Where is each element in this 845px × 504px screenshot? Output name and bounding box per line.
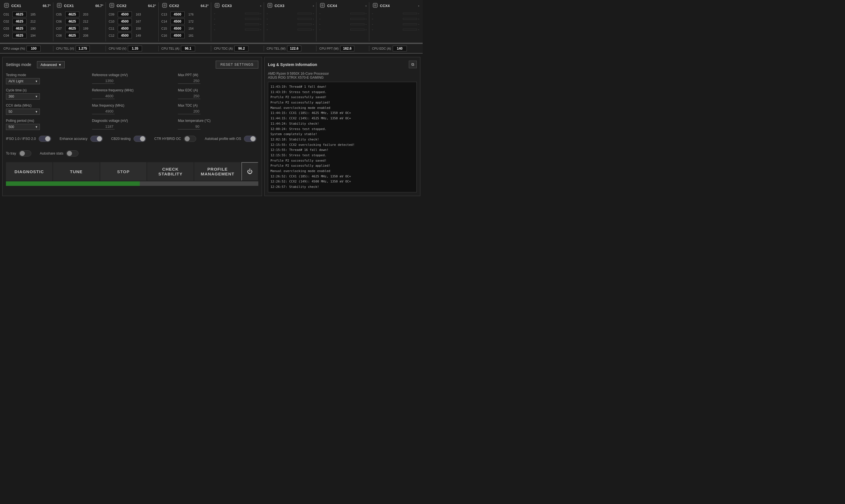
max-edc-input[interactable] — [178, 93, 201, 99]
core-usage: 163 — [133, 13, 141, 16]
stop-button[interactable]: STOP — [100, 162, 147, 181]
mode-dropdown[interactable]: Advanced ▾ — [37, 61, 65, 68]
core-freq-empty — [297, 23, 312, 25]
toggle-switch[interactable] — [184, 136, 196, 142]
toggle-switch[interactable] — [90, 136, 103, 142]
cycle-time-setting: Cycle time (s) 360 ▾ — [6, 88, 86, 100]
toggle-switch[interactable] — [19, 150, 31, 157]
ccx-temp: 64.2° — [148, 4, 156, 8]
board-name: ASUS ROG STRIX X570-E GAMING — [268, 76, 417, 79]
log-copy-button[interactable]: ⧉ — [409, 61, 417, 68]
svg-rect-43 — [163, 4, 166, 6]
polling-period-dropdown[interactable]: 500 ▾ — [6, 124, 40, 130]
core-row: - - — [372, 17, 419, 21]
profile-management-button[interactable]: PROFILE MANAGEMENT — [194, 162, 241, 181]
toggle-label: CB20 testing — [111, 137, 131, 141]
core-label: C15 — [161, 27, 169, 30]
ccx-delta-dropdown[interactable]: 50 ▾ — [6, 109, 40, 115]
svg-rect-1 — [5, 4, 7, 6]
core-dash: - — [319, 17, 321, 21]
status-label: CPU TEL (V) — [56, 47, 74, 50]
core-usage: 194 — [28, 34, 36, 37]
tune-button[interactable]: TUNE — [53, 162, 100, 181]
cpu-chip-icon — [109, 2, 115, 9]
core-label: C16 — [161, 34, 169, 37]
chevron-down-icon: ▾ — [59, 62, 61, 67]
status-label: CPU TEL (W) — [267, 47, 286, 50]
log-line: 12:15:55: Stress test stopped. — [271, 153, 414, 158]
log-line: 11:43:19: Thread# 1 fall down! — [271, 84, 414, 90]
status-item: CPU TEL (V) 1.275 — [54, 46, 106, 51]
svg-rect-15 — [58, 4, 61, 6]
core-label: C10 — [109, 20, 117, 23]
core-dash2: - — [260, 17, 261, 21]
max-temp-setting: Max temperature (°C) — [178, 119, 258, 130]
core-dash2: - — [313, 28, 314, 32]
max-temp-input[interactable] — [178, 124, 201, 129]
core-row: - - — [214, 17, 261, 21]
core-row: - - — [267, 17, 314, 21]
max-freq-input[interactable] — [92, 109, 115, 114]
core-dash2: - — [260, 12, 261, 16]
toggle-switch[interactable] — [244, 136, 256, 142]
core-usage: 172 — [186, 20, 194, 23]
max-freq-setting: Max frequency (MHz) — [92, 104, 172, 115]
check-stability-button[interactable]: CHECK STABILITY — [147, 162, 194, 181]
cycle-time-label: Cycle time (s) — [6, 88, 86, 92]
core-freq-box: 4500 — [171, 12, 185, 17]
status-bar: CPU usage (%) 100 CPU TEL (V) 1.275 CPU … — [0, 44, 422, 53]
log-content[interactable]: 11:43:19: Thread# 1 fall down!11:43:19: … — [268, 82, 417, 192]
ref-freq-input[interactable] — [92, 93, 115, 99]
cpu-chip-icon — [372, 2, 378, 9]
log-line: 12:15:55: Thread# 16 fall down! — [271, 147, 414, 153]
core-freq-empty — [245, 18, 259, 20]
core-row: C05 4625 203 — [56, 12, 104, 17]
diagnostic-button[interactable]: DIAGNOSTIC — [6, 162, 52, 181]
cpu-top-panel: CCX1 66.7° C01 4625 185 C02 4625 212 C03… — [0, 0, 422, 43]
log-line: 11:44:24: Stability check! — [271, 121, 414, 127]
ccx-block-ccx1_right: CCX1 66.7° C05 4625 203 C06 4625 212 C07… — [54, 2, 106, 41]
testing-mode-dropdown[interactable]: AVX Light ▾ — [6, 78, 40, 84]
core-row: - - — [319, 22, 367, 26]
core-freq-empty — [297, 29, 312, 31]
core-row: - - — [319, 17, 367, 21]
power-button[interactable]: ⏻ — [241, 162, 258, 181]
core-row: C08 4625 208 — [56, 33, 104, 38]
core-row: C04 4625 194 — [3, 33, 51, 38]
toggle-switch[interactable] — [39, 136, 51, 142]
core-freq-empty — [245, 13, 259, 14]
max-ppt-input[interactable] — [178, 78, 201, 84]
core-label: C11 — [109, 27, 117, 30]
toggle-switch[interactable] — [66, 150, 79, 157]
diag-voltage-input[interactable] — [92, 124, 115, 129]
toggle-item-ifso-1.0-/-ifso-2.0: IFSO 1.0 / IFSO 2.0 — [6, 136, 51, 142]
core-row: - - — [372, 28, 419, 32]
reset-settings-button[interactable]: RESET SETTINGS — [216, 61, 258, 69]
toggle-switch[interactable] — [134, 136, 146, 142]
core-row: - - — [214, 12, 261, 16]
log-line: 11:44:15: CCX1 (185): 4625 MHz, 1350 mV … — [271, 111, 414, 116]
status-label: CPU VID (V) — [109, 47, 126, 50]
core-row: - - — [214, 28, 261, 32]
core-dash2: - — [260, 28, 261, 32]
cpu-chip-icon — [161, 2, 168, 9]
toggle-label: Autoload profile with OS — [205, 137, 241, 141]
core-freq-box: 4500 — [171, 33, 185, 38]
ccx-name: CCX3 — [222, 4, 232, 8]
max-tdc-input[interactable] — [178, 109, 201, 114]
core-freq-box: 4500 — [171, 19, 185, 24]
core-freq-empty — [245, 23, 259, 25]
polling-period-label: Polling period (ms) — [6, 119, 86, 123]
core-row: C16 4500 181 — [161, 33, 209, 38]
progress-green — [6, 181, 140, 186]
ccx-block-ccx2_right: CCX2 64.2° C13 4500 176 C14 4500 172 C15… — [159, 2, 211, 41]
core-label: C06 — [56, 20, 64, 23]
ccx-temp: - — [260, 4, 261, 8]
ref-voltage-input[interactable] — [92, 78, 115, 84]
core-usage: 176 — [186, 13, 194, 16]
max-tdc-setting: Max TDC (A) — [178, 104, 258, 115]
ccx-name: CCX2 — [169, 4, 179, 8]
cycle-time-dropdown[interactable]: 360 ▾ — [6, 93, 40, 100]
core-dash: - — [267, 28, 268, 32]
core-label: C14 — [161, 20, 169, 23]
